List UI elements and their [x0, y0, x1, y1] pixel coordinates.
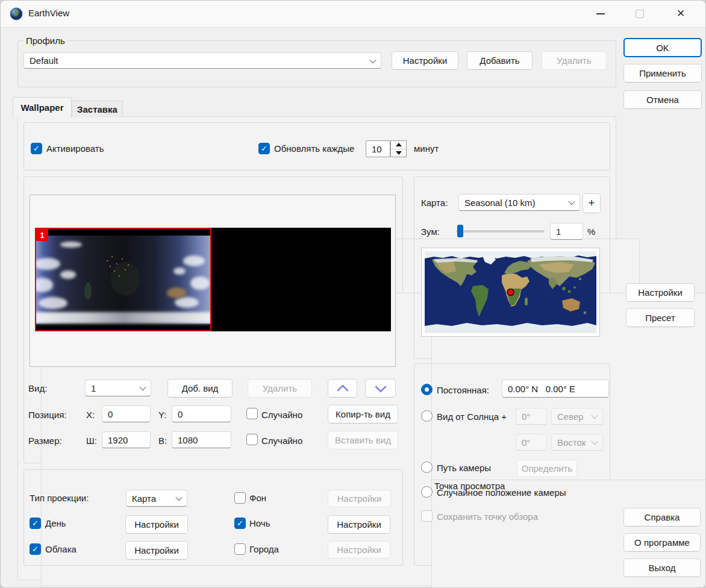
cities-checkbox[interactable]: [234, 543, 246, 555]
update-every-checkbox[interactable]: ✓: [258, 143, 270, 154]
size-width-input[interactable]: [102, 431, 151, 448]
position-y-input[interactable]: [172, 405, 231, 422]
percent-label: %: [587, 226, 595, 238]
view-select[interactable]: 1: [85, 380, 151, 396]
background-settings-button: Настройки: [328, 490, 391, 507]
background-label: Фон: [249, 492, 266, 504]
view-select-value: 1: [91, 383, 96, 393]
position-random-checkbox[interactable]: [246, 408, 258, 419]
maximize-icon: [636, 10, 644, 18]
help-button[interactable]: Справка: [623, 508, 701, 527]
paste-view-button: Вставить вид: [328, 431, 398, 449]
settings-button[interactable]: Настройки: [626, 283, 695, 302]
minimize-button[interactable]: [587, 1, 614, 27]
sun-view-radio[interactable]: [421, 410, 433, 422]
preset-button[interactable]: Пресет: [626, 308, 695, 327]
sun-offset-lon-input: 0°: [516, 434, 547, 451]
zoom-value-input[interactable]: [550, 223, 583, 240]
copy-view-button[interactable]: Копир-ть вид: [328, 405, 398, 424]
apply-button[interactable]: Применить: [623, 64, 702, 83]
zoom-slider[interactable]: [456, 230, 545, 233]
update-every-label: Обновлять каждые: [274, 143, 354, 155]
ok-button[interactable]: OK: [623, 38, 702, 57]
window-title: EarthView: [28, 8, 69, 18]
exit-button[interactable]: Выход: [623, 558, 701, 577]
projection-select[interactable]: Карта: [126, 490, 187, 507]
position-x-input[interactable]: [102, 405, 151, 422]
chevron-down-icon: [375, 381, 387, 393]
background-checkbox[interactable]: [234, 492, 246, 504]
spin-down-button[interactable]: [391, 149, 406, 157]
world-map-image[interactable]: [425, 251, 596, 333]
about-button[interactable]: О программе: [623, 533, 701, 552]
zoom-label: Зум:: [421, 226, 440, 238]
camera-path-radio[interactable]: [421, 461, 433, 473]
profile-remove-button: Удалить: [542, 51, 607, 70]
night-checkbox[interactable]: ✓: [234, 518, 246, 529]
size-random-checkbox[interactable]: [246, 434, 258, 445]
tab-screensaver[interactable]: Заставка: [72, 101, 123, 117]
position-label: Позиция:: [28, 409, 66, 421]
map-select-value: Seasonal (10 km): [464, 198, 536, 208]
profile-settings-button[interactable]: Настройки: [392, 51, 458, 70]
fixed-point-radio[interactable]: [421, 384, 433, 395]
check-icon: ✓: [237, 519, 243, 527]
day-checkbox[interactable]: ✓: [30, 518, 41, 529]
sun-view-label: Вид от Солнца +: [437, 411, 507, 423]
cancel-button[interactable]: Отмена: [623, 90, 702, 109]
move-view-down-button[interactable]: [365, 379, 396, 398]
size-label: Размер:: [28, 435, 62, 447]
chevron-down-icon: [369, 56, 376, 63]
clouds-checkbox[interactable]: ✓: [30, 543, 41, 555]
cities-settings-button: Настройки: [328, 541, 390, 558]
view-point-marker[interactable]: [507, 289, 514, 296]
title-bar: EarthView ✕: [1, 1, 705, 28]
spin-up-button[interactable]: [391, 141, 406, 149]
y-label: Y:: [158, 409, 166, 421]
random-camera-label: Случайное положение камеры: [437, 487, 566, 499]
fixed-point-label: Постоянная:: [437, 384, 489, 396]
zoom-slider-handle[interactable]: [457, 225, 463, 237]
clouds-settings-button[interactable]: Настройки: [125, 541, 188, 560]
map-select[interactable]: Seasonal (10 km): [458, 194, 580, 211]
size-height-input[interactable]: [172, 431, 231, 448]
define-path-button: Определить: [517, 460, 577, 477]
chevron-down-icon: [591, 438, 598, 445]
interval-spinner[interactable]: [390, 140, 407, 157]
position-random-label: Случайно: [261, 409, 302, 421]
activate-checkbox[interactable]: ✓: [31, 143, 42, 154]
view-selection-frame[interactable]: 1: [35, 228, 211, 331]
maximize-button[interactable]: [626, 1, 654, 27]
desktop-preview: 1: [30, 195, 396, 367]
save-view-point-label: Сохранить точку обзора: [437, 511, 538, 523]
night-settings-button[interactable]: Настройки: [328, 515, 390, 534]
save-view-point-checkbox: [421, 510, 433, 522]
x-label: X:: [86, 409, 95, 421]
add-view-button[interactable]: Доб. вид: [167, 379, 233, 398]
profile-select-value: Default: [30, 55, 58, 66]
size-random-label: Случайно: [261, 435, 302, 447]
tab-wallpaper[interactable]: Wallpaper: [13, 97, 72, 117]
check-icon: ✓: [33, 145, 40, 152]
random-camera-radio[interactable]: [421, 486, 433, 498]
earthview-logo-icon: [10, 7, 23, 20]
day-settings-button[interactable]: Настройки: [125, 515, 188, 534]
profile-select[interactable]: Default: [23, 52, 381, 69]
activate-label: Активировать: [46, 143, 104, 155]
profile-group-label: Профиль: [23, 35, 67, 46]
fixed-point-value-field[interactable]: 0.00° N 0.00° E: [502, 380, 609, 398]
move-view-up-button[interactable]: [328, 379, 357, 398]
world-map-frame: [421, 248, 600, 337]
chevron-down-icon: [139, 384, 146, 390]
width-label: Ш:: [86, 435, 97, 447]
close-button[interactable]: ✕: [667, 1, 695, 27]
interval-input[interactable]: [366, 140, 390, 157]
profile-add-button[interactable]: Добавить: [467, 51, 533, 70]
map-add-button[interactable]: +: [583, 193, 601, 213]
projection-label: Тип проекции:: [30, 492, 89, 504]
close-icon: ✕: [676, 8, 685, 19]
spin-down-icon: [396, 151, 402, 155]
sun-direction-lat-select: Север: [551, 408, 603, 425]
day-label: День: [45, 518, 66, 530]
delete-view-button: Удалить: [248, 379, 312, 398]
